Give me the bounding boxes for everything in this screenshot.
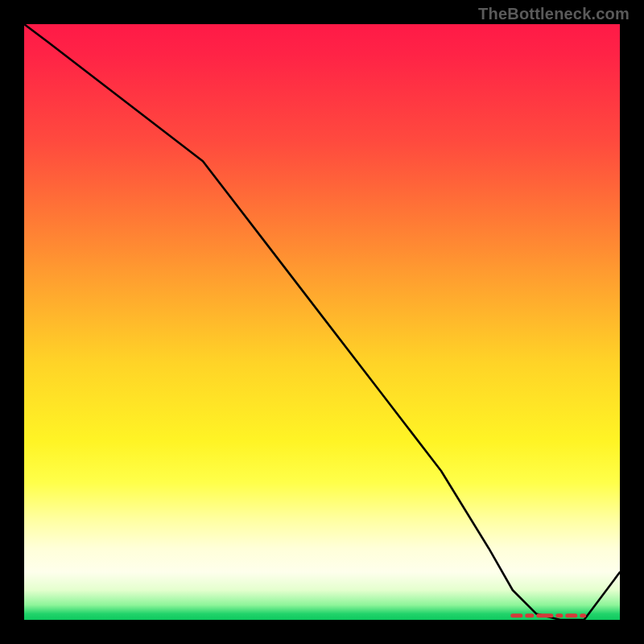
watermark-text: TheBottleneck.com: [478, 5, 630, 23]
chart-area: [24, 24, 620, 620]
chart-svg: [24, 24, 620, 620]
bottleneck-curve: [24, 24, 620, 620]
stage: TheBottleneck.com: [0, 0, 644, 644]
